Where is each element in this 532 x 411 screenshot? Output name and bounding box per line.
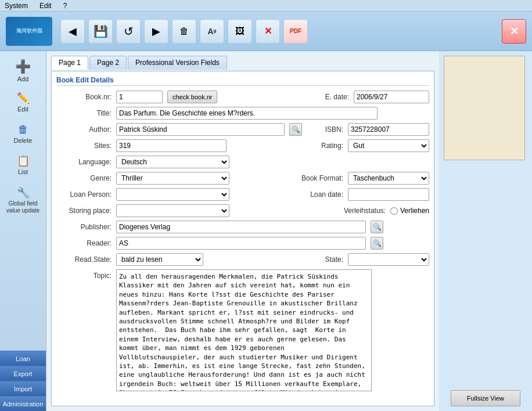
sidebar: ➕ Add ✏️ Edit 🗑 Delete 📋 List 🔧 Global f…: [0, 51, 46, 411]
isbn-input[interactable]: [348, 123, 429, 136]
sidebar-global-label: Global field value update: [3, 200, 44, 214]
loan-person-label: Loan Person:: [56, 190, 112, 199]
sidebar-add-label: Add: [17, 75, 29, 82]
photo-button[interactable]: 🖼: [228, 19, 252, 44]
verliehen-label: Verliehen: [400, 207, 429, 215]
import-button[interactable]: Import: [0, 381, 46, 396]
read-state-row: Read.State: bald zu lesen gelesen nicht …: [56, 253, 429, 266]
title-label: Title:: [56, 109, 112, 117]
state-select[interactable]: Neu Gut Gebraucht: [348, 253, 429, 266]
edit-text-button[interactable]: A9: [200, 19, 224, 44]
title-row: Title:: [56, 107, 429, 120]
author-input[interactable]: [116, 123, 285, 136]
publisher-search-button[interactable]: 🔍: [371, 221, 383, 233]
loan-button[interactable]: Loan: [0, 351, 46, 366]
storing-place-select[interactable]: [116, 204, 229, 217]
book-nr-label: Book.nr:: [56, 93, 112, 101]
sidebar-item-global-field[interactable]: 🔧 Global field value update: [3, 181, 44, 219]
loan-person-select[interactable]: [116, 188, 229, 201]
global-field-icon: 🔧: [17, 186, 30, 199]
rating-select[interactable]: Gut Sehr Gut Schlecht Mittel: [348, 139, 429, 152]
form-title: Book Edit Details: [56, 76, 429, 86]
publisher-input[interactable]: [116, 221, 366, 233]
edit-icon: ✏️: [17, 92, 30, 104]
tab-page1[interactable]: Page 1: [51, 56, 88, 70]
content-area: Page 1 Page 2 Professional Version Field…: [46, 51, 439, 411]
book-cover-image: [444, 56, 525, 160]
reader-search-button[interactable]: 🔍: [371, 237, 383, 250]
reader-input[interactable]: [116, 237, 366, 250]
sidebar-list-label: List: [18, 168, 28, 175]
fullsize-view-button[interactable]: Fullsize View: [451, 390, 520, 406]
topic-row: Topic: Zu all den herausragenden Merkmal…: [56, 269, 429, 391]
sidebar-bottom: Loan Export Import Administration: [0, 351, 46, 411]
author-search-button[interactable]: 🔍: [289, 123, 302, 136]
reader-row: Reader: 🔍: [56, 237, 429, 250]
language-row: Language: Deutsch English Français Españ…: [56, 156, 429, 168]
check-book-nr-button[interactable]: check book.nr: [167, 91, 217, 103]
publisher-row: Publisher: 🔍: [56, 221, 429, 233]
menu-help[interactable]: ?: [61, 2, 70, 10]
delete-icon: 🗑: [18, 124, 28, 136]
sidebar-edit-label: Edit: [17, 106, 28, 113]
title-input[interactable]: [116, 107, 378, 120]
loan-date-input[interactable]: [348, 188, 429, 201]
loan-date-label: Loan date:: [300, 190, 343, 199]
book-format-label: Book Format:: [291, 174, 343, 182]
read-state-select[interactable]: bald zu lesen gelesen nicht gelesen: [116, 253, 203, 266]
sites-input[interactable]: [116, 139, 227, 152]
tab-page2[interactable]: Page 2: [89, 56, 127, 70]
language-select[interactable]: Deutsch English Français Español: [116, 156, 229, 168]
forward-button[interactable]: ▶: [144, 19, 168, 44]
tab-professional[interactable]: Professional Version Fields: [128, 56, 227, 70]
form-panel: Book Edit Details Book.nr: check book.nr…: [51, 71, 434, 406]
sidebar-item-delete[interactable]: 🗑 Delete: [3, 118, 44, 149]
genre-select[interactable]: Thriller Roman Sachbuch Krimi Fantasy: [116, 172, 229, 185]
storing-place-label: Storing place:: [56, 207, 112, 215]
back-button[interactable]: ◀: [60, 19, 85, 44]
sidebar-item-edit[interactable]: ✏️ Edit: [3, 87, 44, 117]
menubar: System Edit ?: [0, 0, 532, 12]
book-nr-input[interactable]: [116, 91, 163, 103]
storing-place-row: Storing place: Verleihstatus: Verliehen: [56, 204, 429, 217]
sidebar-item-list[interactable]: 📋 List: [3, 150, 44, 180]
cancel-toolbar-button[interactable]: ✕: [256, 19, 280, 44]
publisher-label: Publisher:: [56, 223, 112, 231]
menu-edit[interactable]: Edit: [37, 2, 54, 10]
state-label: State:: [314, 255, 343, 264]
author-label: Author:: [56, 125, 112, 134]
menu-system[interactable]: System: [2, 2, 30, 10]
pdf-button[interactable]: PDF: [283, 19, 308, 44]
rating-label: Rating:: [308, 142, 343, 150]
list-icon: 📋: [17, 154, 30, 167]
sites-label: Sites:: [56, 142, 112, 150]
delete-toolbar-button[interactable]: 🗑: [172, 19, 196, 44]
right-panel: Fullsize View: [439, 51, 532, 411]
e-date-label: E. date:: [308, 93, 349, 101]
verliehen-radio-row: Verliehen: [390, 207, 429, 215]
add-icon: ➕: [15, 59, 31, 74]
toolbar: 海河软件园 ◀ 💾 ↺ ▶ 🗑 A9 🖼 ✕ PDF ✕: [0, 12, 532, 51]
sites-row: Sites: Rating: Gut Sehr Gut Schlecht Mit…: [56, 139, 429, 152]
refresh-button[interactable]: ↺: [116, 19, 141, 44]
export-button[interactable]: Export: [0, 366, 46, 381]
save-button[interactable]: 💾: [88, 19, 113, 44]
language-label: Language:: [56, 158, 112, 166]
administration-button[interactable]: Administration: [0, 396, 46, 411]
topic-textarea[interactable]: Zu all den herausragenden Merkmalen, die…: [116, 269, 372, 391]
topic-label: Topic:: [56, 269, 112, 280]
sidebar-delete-label: Delete: [14, 137, 33, 144]
genre-row: Genre: Thriller Roman Sachbuch Krimi Fan…: [56, 172, 429, 185]
verliehen-radio[interactable]: [390, 207, 398, 215]
read-state-label: Read.State:: [56, 255, 112, 264]
tabs: Page 1 Page 2 Professional Version Field…: [51, 56, 434, 70]
book-format-select[interactable]: Taschenbuch Hardcover E-Book: [348, 172, 429, 185]
sidebar-item-add[interactable]: ➕ Add: [3, 56, 44, 86]
verleihstatus-label: Verleihstatus:: [333, 207, 386, 215]
e-date-input[interactable]: [354, 91, 429, 103]
close-toolbar-button[interactable]: ✕: [502, 19, 526, 44]
loan-person-row: Loan Person: Loan date:: [56, 188, 429, 201]
book-nr-row: Book.nr: check book.nr E. date:: [56, 91, 429, 103]
isbn-label: ISBN:: [314, 125, 343, 134]
author-row: Author: 🔍 ISBN:: [56, 123, 429, 136]
